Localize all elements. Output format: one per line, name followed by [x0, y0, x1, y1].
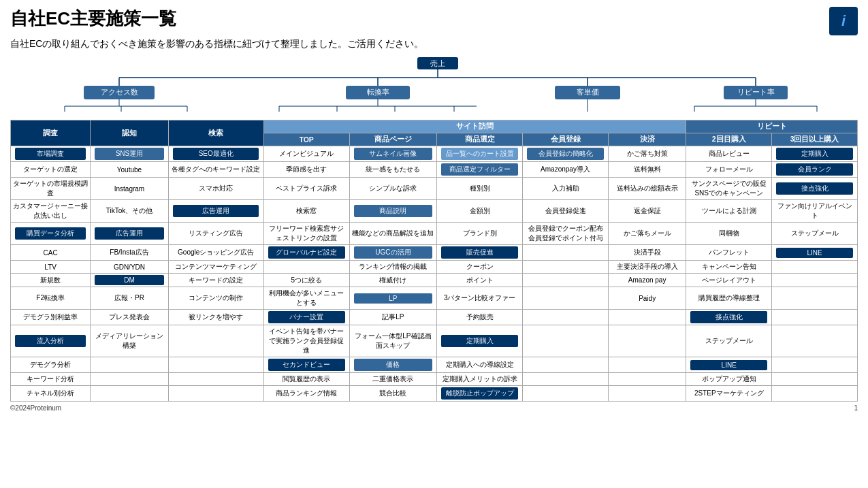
table-cell	[772, 261, 858, 274]
table-cell: グローバルナビ設定	[263, 245, 349, 261]
table-cell: 閲覧履歴の表示	[263, 373, 349, 386]
table-cell: スマホ対応	[168, 178, 263, 200]
table-cell: 接点強化	[772, 178, 858, 200]
svg-text:リピート率: リピート率	[737, 88, 775, 96]
table-cell: コンテンツマーケティング	[168, 261, 263, 274]
table-cell: キャンペーン告知	[686, 261, 772, 274]
table-cell: 予約販売	[437, 310, 523, 325]
table-cell: パンフレット	[686, 245, 772, 261]
table-cell: 定期購入	[437, 325, 523, 357]
table-cell: 購買履歴の導線整理	[686, 287, 772, 310]
table-cell	[772, 325, 858, 357]
table-cell: かご落ち対策	[608, 146, 686, 162]
table-cell: 広告運用	[168, 200, 263, 223]
table-cell: ベストプライス訴求	[263, 178, 349, 200]
table-cell: 商品レビュー	[686, 146, 772, 162]
svg-text:売上: 売上	[430, 59, 445, 67]
col-header-ninchi: 認知	[91, 120, 168, 146]
col-header-kensaku: 検索	[168, 120, 263, 146]
table-cell: カスタマージャーニー接点洗い出し	[11, 200, 91, 223]
table-cell: 新規数	[11, 274, 91, 287]
table-cell	[168, 373, 263, 386]
table-cell	[772, 310, 858, 325]
table-cell: SEO最適化	[168, 146, 263, 162]
table-cell: LTV	[11, 261, 91, 274]
logo: i	[829, 7, 858, 35]
table-cell: 広報・PR	[91, 287, 168, 310]
table-cell: 会員登録の簡略化	[523, 146, 609, 162]
table-cell	[608, 325, 686, 357]
table-cell	[168, 357, 263, 373]
logo-symbol: i	[841, 12, 846, 30]
table-cell: SNS運用	[91, 146, 168, 162]
svg-text:転換率: 転換率	[367, 88, 389, 96]
table-cell: キーワード分析	[11, 373, 91, 386]
table-cell: LP	[349, 287, 437, 310]
table-cell	[772, 357, 858, 373]
page: 自社EC主要施策一覧 i 自社ECの取り組んでおくべき施策を影響のある指標に紐づ…	[0, 0, 868, 488]
table-cell	[91, 386, 168, 402]
col-header-repeat: リピート	[686, 120, 858, 133]
table-cell	[772, 386, 858, 402]
table-cell: CAC	[11, 245, 91, 261]
table-cell: Instagram	[91, 178, 168, 200]
table-cell: フォーム一体型LP確認画面スキップ	[349, 325, 437, 357]
svg-text:アクセス数: アクセス数	[101, 88, 138, 96]
table-cell: イベント告知を帯バナーで実施ランク会員登録促進	[263, 325, 349, 357]
table-cell	[168, 386, 263, 402]
table-cell: ツールによる計測	[686, 200, 772, 223]
table-cell: セカンドビュー	[263, 357, 349, 373]
table-cell: 流入分析	[11, 325, 91, 357]
table-cell: サンクスページでの販促SNSでのキャンペーン	[686, 178, 772, 200]
table-cell: フォローメール	[686, 162, 772, 178]
table-cell: 5つに絞る	[263, 274, 349, 287]
table-cell	[523, 287, 609, 310]
table-cell: デモグラ分析	[11, 357, 91, 373]
table-cell: 金額別	[437, 200, 523, 223]
table-cell: 決済手段	[608, 245, 686, 261]
table-cell: 購買データ分析	[11, 223, 91, 245]
table-cell: 離脱防止ポップアップ	[437, 386, 523, 402]
col-header-kessan: 決済	[608, 133, 686, 146]
table-cell: プレス発表会	[91, 310, 168, 325]
table-cell: TikTok、その他	[91, 200, 168, 223]
table-cell: ブランド別	[437, 223, 523, 245]
table-cell: メインビジュアル	[263, 146, 349, 162]
table-cell: ターゲットの選定	[11, 162, 91, 178]
table-cell: サムネイル画像	[349, 146, 437, 162]
table-cell	[263, 261, 349, 274]
table-cell: シンプルな訴求	[349, 178, 437, 200]
table-cell	[523, 357, 609, 373]
table-cell: 販売促進	[437, 245, 523, 261]
table-cell: FB/Insta広告	[91, 245, 168, 261]
table-cell	[91, 373, 168, 386]
table-cell	[523, 245, 609, 261]
table-cell: 市場調査	[11, 146, 91, 162]
table-cell: 送料込みの総額表示	[608, 178, 686, 200]
table-cell: メディアリレーション構築	[91, 325, 168, 357]
table-cell: ポップアップ通知	[686, 373, 772, 386]
table-cell	[608, 310, 686, 325]
table-cell: 会員登録でクーポン配布会員登録でポイント付与	[523, 223, 609, 245]
table-cell: キーワードの設定	[168, 274, 263, 287]
table-cell: かご落ちメール	[608, 223, 686, 245]
table-cell: GDN/YDN	[91, 261, 168, 274]
table-cell	[772, 373, 858, 386]
table-cell: 返金保証	[608, 200, 686, 223]
table-cell: 権威付け	[349, 274, 437, 287]
table-cell	[608, 357, 686, 373]
table-cell: 被リンクを増やす	[168, 310, 263, 325]
table-cell	[608, 373, 686, 386]
table-cell: ページレイアウト	[686, 274, 772, 287]
table-cell: ステップメール	[772, 223, 858, 245]
hierarchy-tree: アクセス数 転換率 客単価 リピート率 売上	[10, 57, 858, 118]
table-cell: Amazon pay	[608, 274, 686, 287]
table-cell: 各種タグへのキーワード設定	[168, 162, 263, 178]
table-cell: ファン向けリアルイベント	[772, 200, 858, 223]
table-cell	[772, 274, 858, 287]
col-header-nikai: 2回目購入	[686, 133, 772, 146]
footer-page-number: 1	[854, 404, 858, 412]
table-cell: デモグラ別利益率	[11, 310, 91, 325]
table-cell	[523, 373, 609, 386]
col-header-top: TOP	[263, 133, 349, 146]
